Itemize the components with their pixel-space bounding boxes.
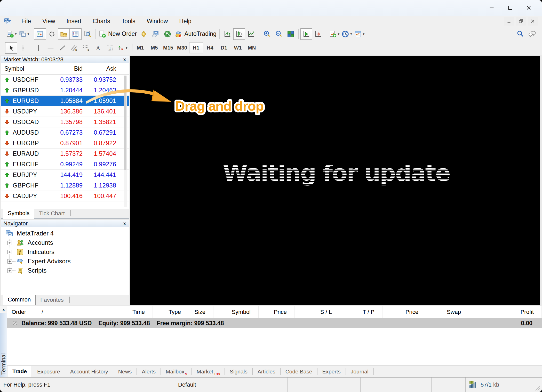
market-watch-row[interactable]: GBPJPY164.275164.309	[1, 201, 129, 203]
menu-help[interactable]: Help	[173, 16, 197, 26]
terminal-tab-mailbox[interactable]: Mailbox5	[162, 366, 191, 377]
line-chart-button[interactable]	[245, 28, 257, 40]
dropdown-caret-icon[interactable]: ▾	[28, 32, 29, 36]
navigator-item-scripts[interactable]: Scripts	[1, 266, 129, 275]
market-watch-row[interactable]: EURCHF0.992490.99276	[1, 159, 129, 170]
market-watch-tab-tick-chart[interactable]: Tick Chart	[34, 209, 69, 218]
terminal-tab-news[interactable]: News	[114, 366, 136, 377]
market-watch-toggle-button[interactable]	[34, 28, 46, 40]
expand-plus-icon[interactable]	[7, 268, 12, 273]
market-watch-row[interactable]: GBPUSD1.204441.20463	[1, 85, 129, 96]
market-watch-row[interactable]: EURGBP0.879010.87922	[1, 138, 129, 149]
terminal-col-order[interactable]: Order/	[7, 306, 66, 318]
tile-windows-button[interactable]	[285, 28, 297, 40]
timeframe-m5[interactable]: M5	[147, 43, 161, 53]
terminal-col-symbol[interactable]: Symbol	[213, 306, 259, 318]
fibonacci-button[interactable]: F	[80, 42, 92, 54]
terminal-tab-journal[interactable]: Journal	[347, 366, 373, 377]
chart-minimize-button[interactable]	[504, 17, 514, 26]
navigator-root[interactable]: MetaTrader 4	[1, 229, 129, 238]
menu-tools[interactable]: Tools	[116, 16, 141, 26]
chart-area[interactable]	[130, 56, 540, 305]
terminal-col-price[interactable]: Price	[382, 306, 426, 318]
menu-insert[interactable]: Insert	[61, 16, 87, 26]
dropdown-caret-icon[interactable]: ▾	[126, 46, 127, 50]
new-chart-button[interactable]: ▾	[5, 28, 18, 40]
signals-radar-button[interactable]	[162, 28, 173, 40]
timeframe-h1[interactable]: H1	[189, 43, 203, 53]
cursor-button[interactable]	[5, 42, 17, 54]
menu-view[interactable]: View	[37, 16, 61, 26]
profiles-button[interactable]: ▾	[18, 28, 30, 40]
terminal-close-button[interactable]: x	[0, 306, 7, 313]
connection-status[interactable]: 57/1 kb	[466, 378, 532, 392]
toolbar-gripper[interactable]	[2, 30, 4, 38]
toolbar-gripper[interactable]	[2, 44, 4, 52]
chat-button[interactable]	[526, 28, 538, 40]
timeframe-m15[interactable]: M15	[161, 43, 175, 53]
timeframe-w1[interactable]: W1	[231, 43, 245, 53]
terminal-tab-articles[interactable]: Articles	[253, 366, 280, 377]
toolbar-gripper[interactable]	[130, 44, 132, 52]
dropdown-caret-icon[interactable]: ▾	[338, 32, 340, 36]
chart-restore-button[interactable]	[516, 17, 526, 26]
market-watch-scrollbar[interactable]	[124, 76, 127, 207]
autotrading-button[interactable]: AutoTrading	[173, 28, 217, 40]
scrollbar-thumb[interactable]	[124, 76, 126, 170]
navigator-tab-favorites[interactable]: Favorites	[36, 296, 68, 305]
chart-close-button[interactable]	[528, 17, 538, 26]
market-watch-row[interactable]: GBPCHF1.128891.12938	[1, 180, 129, 191]
new-order-button[interactable]: New Order	[97, 28, 138, 40]
timeframe-m1[interactable]: M1	[133, 43, 147, 53]
status-profile[interactable]: Default	[175, 378, 234, 392]
navigator-item-expert-advisors[interactable]: Expert Advisors	[1, 257, 129, 266]
trendline-button[interactable]	[57, 42, 68, 54]
menu-window[interactable]: Window	[141, 16, 173, 26]
market-watch-tab-symbols[interactable]: Symbols	[3, 209, 34, 219]
candlestick-chart-button[interactable]	[233, 28, 245, 40]
close-button[interactable]	[520, 2, 538, 14]
text-label-button[interactable]: T	[104, 42, 116, 54]
dropdown-caret-icon[interactable]: ▾	[363, 32, 365, 36]
market-watch-row[interactable]: EURUSD1.058841.05901	[1, 96, 129, 106]
periods-button[interactable]: ▾	[340, 28, 353, 40]
navigator-tab-common[interactable]: Common	[3, 295, 36, 305]
expand-plus-icon[interactable]	[7, 250, 12, 254]
market-watch-row[interactable]: USDJPY136.386136.401	[1, 106, 129, 117]
market-watch-col-symbol[interactable]: Symbol	[1, 65, 52, 72]
timeframe-mn[interactable]: MN	[245, 43, 259, 53]
arrows-tool-button[interactable]: ▾	[116, 42, 129, 54]
terminal-col-size[interactable]: Size	[189, 306, 213, 318]
terminal-col-swap[interactable]: Swap	[426, 306, 469, 318]
vertical-line-button[interactable]	[33, 42, 45, 54]
terminal-col-tp[interactable]: T / P	[340, 306, 382, 318]
dropdown-caret-icon[interactable]: ▾	[350, 32, 352, 36]
dropdown-caret-icon[interactable]: ▾	[15, 32, 17, 36]
terminal-tab-code-base[interactable]: Code Base	[281, 366, 316, 377]
market-watch-row[interactable]: CADJPY100.416100.447	[1, 191, 129, 201]
navigator-item-indicators[interactable]: fIndicators	[1, 247, 129, 257]
zoom-in-button[interactable]	[261, 28, 273, 40]
terminal-toggle-button[interactable]	[70, 28, 82, 40]
chart-shift-button[interactable]	[312, 28, 324, 40]
templates-button[interactable]: ▾	[353, 28, 366, 40]
data-window-button[interactable]	[46, 28, 58, 40]
market-watch-row[interactable]: USDCHF0.937330.93752	[1, 75, 129, 85]
strategy-tester-button[interactable]	[82, 28, 93, 40]
terminal-col-price[interactable]: Price	[259, 306, 295, 318]
terminal-tab-account-history[interactable]: Account History	[66, 366, 112, 377]
expand-plus-icon[interactable]	[7, 241, 12, 245]
maximize-button[interactable]	[501, 2, 520, 14]
indicators-list-button[interactable]: ▾	[328, 28, 341, 40]
market-watch-row[interactable]: USDCAD1.357981.35821	[1, 117, 129, 127]
expand-plus-icon[interactable]	[7, 259, 12, 264]
publisher-button[interactable]	[150, 28, 162, 40]
bar-chart-button[interactable]	[221, 28, 233, 40]
market-watch-row[interactable]: AUDUSD0.672730.67291	[1, 127, 129, 138]
terminal-tab-experts[interactable]: Experts	[318, 366, 345, 377]
text-button[interactable]: A	[92, 42, 104, 54]
market-watch-row[interactable]: EURAUD1.573721.57404	[1, 149, 129, 159]
navigator-close-button[interactable]: x	[122, 221, 127, 226]
terminal-col-time[interactable]: Time	[66, 306, 153, 318]
equidistant-channel-button[interactable]: E	[68, 42, 80, 54]
